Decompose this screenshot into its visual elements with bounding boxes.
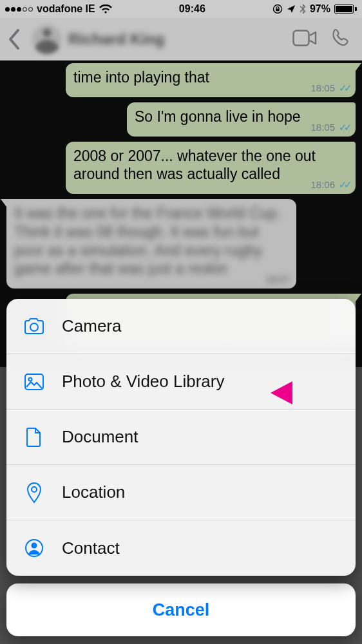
attachment-action-sheet-container: Camera Photo & Video Library Document Lo…: [0, 292, 362, 644]
svg-point-6: [32, 487, 37, 492]
message-out[interactable]: time into playing that 18:05✓✓: [66, 63, 356, 97]
orientation-lock-icon: [272, 4, 283, 14]
sheet-item-label: Photo & Video Library: [62, 372, 224, 392]
read-ticks-icon: ✓✓: [339, 82, 349, 95]
cancel-label: Cancel: [153, 600, 210, 620]
svg-rect-1: [276, 9, 279, 12]
photo-library-icon: [23, 371, 45, 393]
read-ticks-icon: ✓✓: [339, 122, 349, 134]
back-button[interactable]: [3, 28, 26, 50]
svg-point-3: [30, 323, 38, 331]
chat-header: Richard King: [0, 18, 362, 61]
bluetooth-icon: [300, 4, 306, 14]
battery-pct: 97%: [310, 3, 330, 15]
message-text: 2008 or 2007... whatever the one out aro…: [73, 147, 316, 183]
svg-rect-2: [294, 30, 309, 45]
message-time: 18:05: [310, 82, 335, 95]
battery-icon: [334, 5, 357, 14]
sheet-item-camera[interactable]: Camera: [6, 299, 356, 354]
contact-icon: [23, 537, 45, 559]
clock: 09:46: [179, 3, 205, 15]
message-in[interactable]: It was the one for the France World Cup.…: [6, 199, 296, 289]
sheet-item-label: Camera: [62, 316, 121, 336]
svg-point-8: [32, 543, 37, 549]
attachment-action-sheet: Camera Photo & Video Library Document Lo…: [6, 299, 356, 576]
camera-icon: [23, 316, 45, 337]
sheet-item-location[interactable]: Location: [6, 465, 356, 520]
sheet-item-photo-library[interactable]: Photo & Video Library: [6, 354, 356, 410]
location-arrow-icon: [287, 5, 296, 14]
document-icon: [23, 426, 45, 448]
contact-name[interactable]: Richard King: [68, 30, 286, 48]
sheet-item-label: Contact: [62, 538, 120, 558]
video-call-button[interactable]: [292, 30, 317, 49]
message-out[interactable]: So I'm gonna live in hope 18:05✓✓: [127, 102, 356, 137]
sheet-item-contact[interactable]: Contact: [6, 520, 356, 576]
signal-strength-icon: [5, 7, 33, 12]
sheet-item-label: Location: [62, 482, 125, 502]
wifi-icon: [99, 5, 112, 14]
read-ticks-icon: ✓✓: [339, 179, 349, 191]
sheet-item-document[interactable]: Document: [6, 410, 356, 465]
message-time: 18:07: [265, 274, 290, 286]
location-pin-icon: [23, 482, 45, 504]
voice-call-button[interactable]: [331, 28, 352, 51]
whatsapp-chat-screen: vodafone IE 09:46 97% Ri: [0, 0, 362, 644]
message-text: So I'm gonna live in hope: [135, 108, 301, 125]
message-text: time into playing that: [73, 69, 209, 86]
cancel-button[interactable]: Cancel: [6, 583, 356, 636]
svg-point-5: [29, 377, 32, 381]
carrier-label: vodafone IE: [37, 3, 95, 15]
message-out[interactable]: 2008 or 2007... whatever the one out aro…: [66, 142, 356, 194]
status-right: 97%: [272, 3, 357, 15]
sheet-item-label: Document: [62, 427, 138, 447]
status-left: vodafone IE: [5, 3, 112, 15]
message-time: 18:05: [310, 122, 335, 134]
ios-status-bar: vodafone IE 09:46 97%: [0, 0, 362, 18]
message-time: 18:06: [310, 179, 335, 191]
message-text: It was the one for the France World Cup.…: [14, 205, 281, 277]
avatar[interactable]: [32, 24, 62, 54]
